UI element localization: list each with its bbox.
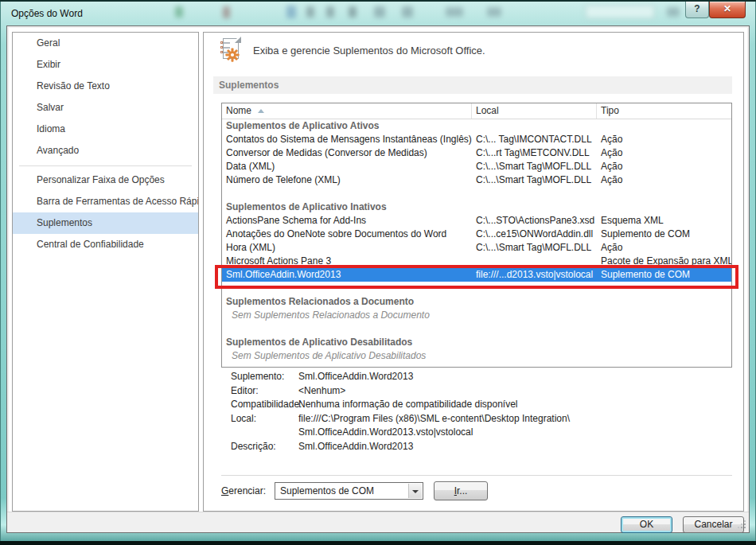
sidebar-item-idioma[interactable]: Idioma bbox=[13, 119, 198, 140]
cell-nome: Sem Suplementos Relacionados a Documento bbox=[222, 309, 472, 322]
sidebar-item-geral[interactable]: Geral bbox=[13, 33, 198, 54]
cell-nome: Contatos do Sistema de Mensagens Instant… bbox=[222, 133, 472, 146]
cell-nome: Data (XML) bbox=[222, 160, 472, 173]
detail-row: Editor:<Nenhum> bbox=[231, 384, 724, 399]
section-header: Suplementos bbox=[213, 76, 732, 94]
sidebar-item-exibir[interactable]: Exibir bbox=[13, 54, 198, 76]
titlebar-blur-decoration bbox=[349, 6, 357, 18]
screenshot-root: Opções do Word ? ✕ GeralExibirRevisão de… bbox=[0, 0, 756, 545]
cell-local bbox=[472, 200, 597, 214]
cell-local: C:\...\Smart Tag\MOFL.DLL bbox=[472, 173, 597, 187]
addins-page: Exiba e gerencie Suplementos do Microsof… bbox=[203, 32, 744, 512]
detail-row: Suplemento:Sml.OfficeAddin.Word2013 bbox=[231, 370, 724, 384]
column-header-tipo[interactable]: Tipo bbox=[597, 103, 731, 119]
addins-table: Nome Local Tipo Suplementos de Aplicativ… bbox=[221, 103, 732, 368]
cancel-button[interactable]: Cancelar bbox=[683, 516, 744, 533]
column-header-nome[interactable]: Nome bbox=[222, 103, 472, 119]
cell-tipo: Ação bbox=[597, 241, 731, 255]
gear-icon bbox=[225, 48, 240, 62]
dialog-client-area: GeralExibirRevisão de TextoSalvarIdiomaA… bbox=[6, 25, 750, 533]
detail-row: Compatibilidade:Nenhuma informação de co… bbox=[231, 398, 724, 412]
cell-local: C:\... Tag\IMCONTACT.DLL bbox=[472, 133, 597, 146]
table-row[interactable]: Hora (XML)C:\...\Smart Tag\MOFL.DLLAção bbox=[222, 241, 731, 255]
sidebar-item-revisao-de-texto[interactable]: Revisão de Texto bbox=[13, 76, 198, 97]
cell-local bbox=[472, 119, 597, 133]
column-header-label: Tipo bbox=[601, 105, 619, 116]
document-fold bbox=[236, 37, 241, 43]
cell-local bbox=[472, 336, 597, 349]
cell-tipo: Ação bbox=[597, 173, 731, 187]
page-header: Exiba e gerencie Suplementos do Microsof… bbox=[221, 38, 485, 62]
table-row[interactable]: Contatos do Sistema de Mensagens Instant… bbox=[222, 133, 731, 146]
manage-separator bbox=[221, 475, 732, 476]
ok-button[interactable]: OK bbox=[621, 516, 672, 533]
detail-label: Local: bbox=[231, 412, 298, 440]
table-row: Sem Suplementos de Aplicativo Desabilita… bbox=[222, 349, 731, 363]
cell-local: C:\...STO\ActionsPane3.xsd bbox=[472, 214, 597, 228]
column-header-local[interactable]: Local bbox=[472, 103, 597, 119]
sidebar-divider bbox=[13, 162, 198, 169]
resize-grip[interactable] bbox=[744, 527, 746, 528]
cell-nome: Suplementos de Aplicativo Ativos bbox=[222, 119, 472, 133]
help-button[interactable]: ? bbox=[685, 2, 709, 18]
close-button[interactable]: ✕ bbox=[709, 2, 746, 18]
go-button[interactable]: Ir... bbox=[434, 481, 488, 500]
table-header: Nome Local Tipo bbox=[222, 103, 731, 119]
titlebar-blur-decoration bbox=[446, 7, 463, 17]
cell-local: C:\...rt Tag\METCONV.DLL bbox=[472, 146, 597, 160]
cell-tipo bbox=[597, 336, 731, 349]
sidebar-item-personalizar-faixa[interactable]: Personalizar Faixa de Opções bbox=[13, 169, 198, 191]
sidebar-item-barra-acesso-rapido[interactable]: Barra de Ferramentas de Acesso Rápido bbox=[13, 191, 198, 212]
column-header-label: Nome bbox=[226, 105, 251, 116]
window-title: Opções do Word bbox=[11, 8, 83, 19]
sidebar-item-suplementos[interactable]: Suplementos bbox=[13, 212, 198, 234]
detail-row: Descrição:Sml.OfficeAddin.Word2013 bbox=[231, 440, 724, 454]
table-row: Suplementos de Aplicativo Desabilitados bbox=[222, 336, 731, 349]
cell-nome bbox=[222, 322, 472, 336]
titlebar-blur-decoration bbox=[326, 6, 334, 18]
table-row[interactable]: ActionsPane Schema for Add-InsC:\...STO\… bbox=[222, 214, 731, 228]
table-row[interactable]: Número de Telefone (XML)C:\...\Smart Tag… bbox=[222, 173, 731, 187]
document-bullet bbox=[220, 41, 223, 44]
table-row: Suplementos de Aplicativo Inativos bbox=[222, 200, 731, 214]
table-row[interactable]: Data (XML)C:\...\Smart Tag\MOFL.DLLAção bbox=[222, 160, 731, 173]
detail-row: Local:file:///C:\Program Files (x86)\SML… bbox=[231, 412, 724, 440]
detail-value: Sml.OfficeAddin.Word2013 bbox=[298, 440, 413, 454]
manage-dropdown[interactable]: Suplementos de COM bbox=[275, 482, 423, 500]
chevron-down-icon[interactable] bbox=[408, 484, 422, 498]
table-row[interactable]: Conversor de Medidas (Conversor de Medid… bbox=[222, 146, 731, 160]
cell-nome: ActionsPane Schema for Add-Ins bbox=[222, 214, 472, 228]
titlebar-blur-decoration bbox=[487, 7, 501, 17]
titlebar-blur-decoration bbox=[585, 5, 655, 19]
cell-tipo: Ação bbox=[597, 160, 731, 173]
cell-nome: Suplementos de Aplicativo Inativos bbox=[222, 200, 472, 214]
cell-local: C:\...ce15\ONWordAddin.dll bbox=[472, 228, 597, 241]
manage-row: Gerenciar: Suplementos de COM Ir... bbox=[221, 481, 732, 502]
cell-local bbox=[472, 322, 597, 336]
cell-tipo bbox=[597, 322, 731, 336]
detail-label: Suplemento: bbox=[231, 370, 298, 384]
titlebar-blur-decoration bbox=[175, 6, 183, 18]
cell-nome: Suplementos Relacionados a Documento bbox=[222, 295, 472, 309]
detail-value: <Nenhum> bbox=[298, 384, 345, 399]
cell-tipo bbox=[597, 200, 731, 214]
cell-tipo bbox=[597, 119, 731, 133]
table-row[interactable]: Anotações do OneNote sobre Documentos do… bbox=[222, 228, 731, 241]
sidebar-item-avancado[interactable]: Avançado bbox=[13, 140, 198, 162]
detail-value: Nenhuma informação de compatibilidade di… bbox=[298, 398, 518, 412]
table-row bbox=[222, 322, 731, 336]
cell-tipo: Suplemento de COM bbox=[597, 228, 731, 241]
table-row: Sem Suplementos Relacionados a Documento bbox=[222, 309, 731, 322]
column-header-label: Local bbox=[476, 105, 499, 116]
sidebar-item-central-confiabilidade[interactable]: Central de Confiabilidade bbox=[13, 234, 198, 255]
cell-tipo bbox=[597, 187, 731, 200]
detail-value: file:///C:\Program Files (x86)\SML e-con… bbox=[298, 412, 570, 440]
manage-label: Gerenciar: bbox=[221, 485, 266, 496]
page-description: Exiba e gerencie Suplementos do Microsof… bbox=[253, 45, 485, 56]
cell-local bbox=[472, 187, 597, 200]
cell-local bbox=[472, 349, 597, 363]
cell-tipo: Esquema XML bbox=[597, 214, 731, 228]
sidebar-item-salvar[interactable]: Salvar bbox=[13, 97, 198, 119]
cell-tipo bbox=[597, 349, 731, 363]
titlebar-blur-decoration bbox=[306, 6, 314, 18]
